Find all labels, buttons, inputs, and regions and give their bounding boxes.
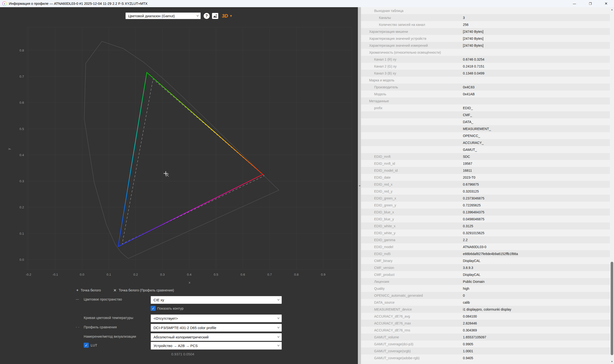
property-row[interactable]: Канал 2 (G) xy0.2418 0.7151 — [361, 63, 610, 70]
property-row[interactable]: CMF_productDisplayCAL — [361, 271, 610, 278]
property-row[interactable]: EDID_green_x0.2373046875 — [361, 195, 610, 202]
property-row[interactable]: EDID_modelATNA60DL03-0 — [361, 243, 610, 250]
comparison-profile-select[interactable]: DCI-P3/SMPTE-431-2 D65 color profile ˅ — [151, 324, 282, 332]
property-row[interactable]: GAMUT_ — [361, 146, 610, 153]
property-row[interactable]: Канал 1 (R) xy0.6746 0.3254 — [361, 56, 610, 63]
property-row[interactable]: EDID_date2023-T0 — [361, 174, 610, 181]
property-row[interactable]: Каналы3 — [361, 14, 610, 21]
property-label: Количество записей на канал — [361, 23, 425, 26]
close-button[interactable]: ✕ — [598, 0, 614, 7]
property-row[interactable]: DATA_ — [361, 118, 610, 125]
property-row[interactable]: EDID_red_x0.6796875 — [361, 181, 610, 188]
3d-view-button[interactable]: 3D ▼ — [222, 13, 232, 19]
chromaticity-chart[interactable]: -0.2-0.10.00.10.20.30.40.50.60.70.80.90.… — [0, 7, 358, 364]
property-row[interactable]: Количество записей на канал256 — [361, 21, 610, 28]
lut-direction-select[interactable]: Устройство → A2B → PCS ˅ — [151, 342, 282, 350]
restore-button[interactable]: ❐ — [582, 0, 598, 7]
property-value: DisplayCAL — [463, 259, 480, 263]
property-row[interactable]: Марка и модель — [361, 77, 610, 84]
property-row[interactable]: EDID_mnftSDC — [361, 153, 610, 160]
property-row[interactable]: EDID_white_x0.3125 — [361, 222, 610, 229]
property-row[interactable]: ACCURACY_dE76_avg0.084100 — [361, 313, 610, 320]
scroll-up-icon[interactable]: ▲ — [610, 8, 614, 12]
property-label: EDID_mnft_id — [361, 162, 395, 166]
help-icon[interactable]: ? — [204, 13, 210, 19]
svg-text:0.6: 0.6 — [19, 101, 24, 104]
property-row[interactable]: EDID_red_y0.3203125 — [361, 188, 610, 195]
property-row[interactable]: prefixEDID_ — [361, 104, 610, 111]
image-export-icon[interactable] — [212, 13, 218, 19]
property-row[interactable]: CMF_ — [361, 111, 610, 118]
property-row[interactable]: EDID_gamma2.2 — [361, 236, 610, 243]
property-label: Характеризация значений устройств — [361, 37, 426, 40]
property-row[interactable]: OPENICC_automatic_generated0 — [361, 292, 610, 299]
property-row[interactable]: EDID_md5e88b6daf827fe8de4b9a6152ffb1f88a — [361, 250, 610, 257]
property-row[interactable]: GAMUT_volume1.65537105097 — [361, 334, 610, 340]
property-row[interactable]: EDID_mnft_id19587 — [361, 160, 610, 167]
property-row[interactable]: Канал 3 (B) xy0.1348 0.0499 — [361, 70, 610, 77]
property-label: EDID_mnft — [361, 155, 391, 158]
scroll-down-icon[interactable]: ▼ — [610, 360, 614, 364]
temperature-curve-select[interactable]: <Отсутствует> ˅ — [151, 314, 282, 322]
property-row[interactable]: Производитель0x4C83 — [361, 84, 610, 91]
property-row[interactable]: MEASUREMENT_ — [361, 125, 610, 132]
property-row[interactable]: Хроматичность (относительно освещённости… — [361, 49, 610, 56]
rendering-intent-select[interactable]: Абсолютный колориметрический ˅ — [151, 333, 282, 341]
property-row[interactable]: GAMUT_coverage(adobe-rgb)0.9405 — [361, 354, 610, 361]
chart-legend: + Точка белого ✕ Точка белого (Профиль с… — [76, 287, 174, 293]
property-value: EDID_ — [463, 106, 473, 110]
property-value: ACCURACY_ — [463, 141, 484, 145]
property-row[interactable]: GAMUT_coverage(dci-p3)0.9905 — [361, 340, 610, 348]
property-row[interactable]: GAMUT_coverage(srgb)1.0001 — [361, 348, 610, 354]
property-label: Модель — [361, 92, 386, 96]
whitepoint-cross-marker: ✕ — [113, 288, 117, 293]
property-label: ACCURACY_dE76_avg — [361, 314, 410, 318]
property-row[interactable]: ЛицензияPublic Domain — [361, 278, 610, 285]
property-row[interactable]: Характеризация значений устройств[24740 … — [361, 35, 610, 42]
property-label: EDID_red_y — [361, 189, 392, 193]
scrollbar[interactable]: ▲ ▼ — [610, 7, 614, 364]
property-row[interactable]: Модель0x41AB — [361, 91, 610, 97]
property-row[interactable]: ACCURACY_dE76_rms0.304369 — [361, 327, 610, 334]
property-row[interactable]: OPENICC_ — [361, 132, 610, 139]
property-row[interactable]: EDID_blue_y0.0498046875 — [361, 216, 610, 222]
svg-text:0.2: 0.2 — [19, 206, 24, 209]
property-value: 19587 — [463, 162, 472, 166]
show-outline-checkbox[interactable]: ✓ — [151, 306, 156, 311]
property-value: 16811 — [463, 169, 472, 172]
rendering-intent-value: Абсолютный колориметрический — [154, 335, 209, 339]
property-row[interactable]: EDID_green_y0.72265625 — [361, 202, 610, 208]
property-label: EDID_green_y — [361, 203, 396, 207]
property-label: OPENICC_automatic_generated — [361, 294, 423, 298]
property-row[interactable]: MEASUREMENT_devicei1 displaypro, colormu… — [361, 306, 610, 313]
check-icon: ✓ — [152, 307, 155, 310]
property-row[interactable]: EDID_blue_x0.1396484375 — [361, 208, 610, 216]
svg-text:0.7: 0.7 — [19, 75, 24, 78]
property-row[interactable]: Выходная таблица — [361, 7, 610, 14]
property-row[interactable]: CMF_binaryDisplayCAL — [361, 257, 610, 264]
scrollbar-thumb[interactable] — [611, 262, 613, 355]
minimize-button[interactable]: — — [567, 0, 582, 7]
view-select[interactable]: Цветовой диапазон (Gamut) ˅ — [126, 13, 201, 19]
property-row[interactable]: EDID_white_y0.3291015625 — [361, 229, 610, 236]
property-row[interactable]: CMF_version3.8.9.3 — [361, 264, 610, 271]
lut-checkbox[interactable]: ✓ — [84, 343, 89, 348]
property-row[interactable]: Характеризация мишени[24740 Bytes] — [361, 28, 610, 35]
triangle-down-icon: ▼ — [230, 14, 233, 18]
property-label: GAMUT_volume — [361, 335, 399, 339]
property-value: 0.3291015625 — [463, 231, 485, 235]
property-row[interactable]: Метаданные — [361, 97, 610, 104]
property-row[interactable]: DATA_sourcecalib — [361, 299, 610, 306]
property-row[interactable]: ACCURACY_dE76_max2.828446 — [361, 320, 610, 327]
property-value: 256 — [463, 23, 468, 26]
property-label: EDID_blue_x — [361, 210, 394, 214]
svg-text:0.7: 0.7 — [267, 273, 272, 276]
property-row[interactable]: Qualityhigh — [361, 285, 610, 292]
property-row[interactable]: ACCURACY_ — [361, 139, 610, 146]
panel-splitter[interactable]: ◂▸ — [358, 7, 361, 364]
property-row[interactable]: Характеризация значений измерений[24740 … — [361, 42, 610, 49]
property-row[interactable]: EDID_model_id16811 — [361, 167, 610, 174]
property-label: prefix — [361, 106, 382, 110]
colorspace-select[interactable]: CIE xy ˅ — [151, 296, 282, 304]
titlebar: i Информация о профиле — ATNA60DL03-0 #1… — [0, 0, 614, 7]
